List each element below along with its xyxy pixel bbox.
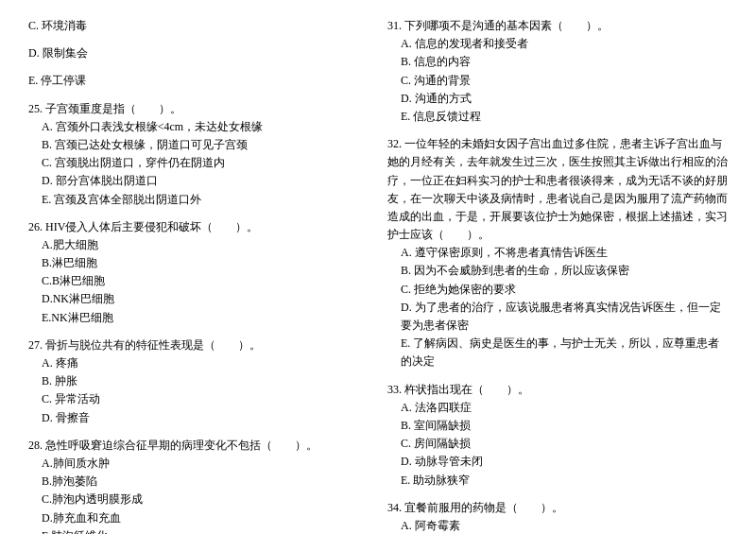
question-option: A. 遵守保密原则，不将患者真情告诉医生 — [387, 244, 728, 262]
question-option: D. 为了患者的治疗，应该说服患者将真实情况告诉医生，但一定要为患者保密 — [387, 299, 728, 335]
question-option: B. 室间隔缺损 — [387, 417, 728, 435]
question-option: C. 房间隔缺损 — [387, 435, 728, 453]
question-title: 27. 骨折与脱位共有的特征性表现是（ ）。 — [28, 336, 369, 354]
question-option: D. 沟通的方式 — [387, 90, 728, 108]
question-option: A. 信息的发现者和接受者 — [387, 35, 728, 53]
question-block: 25. 子宫颈重度是指（ ）。A. 宫颈外口表浅女根缘<4cm，未达处女根缘B.… — [28, 100, 369, 209]
question-title: 26. HIV侵入人体后主要侵犯和破坏（ ）。 — [28, 218, 369, 236]
question-option: E. 宫颈及宫体全部脱出阴道口外 — [28, 191, 369, 209]
question-option: C. 沟通的背景 — [387, 72, 728, 90]
question-option: D. 骨擦音 — [28, 409, 369, 427]
question-block: 33. 杵状指出现在（ ）。A. 法洛四联症B. 室间隔缺损C. 房间隔缺损D.… — [387, 381, 728, 490]
question-block: D. 限制集会 — [28, 44, 369, 62]
question-title: 32. 一位年轻的未婚妇女因子宫出血过多住院，患者主诉子宫出血与她的月经有关，去… — [387, 135, 728, 244]
question-option: E. 助动脉狭窄 — [387, 472, 728, 490]
question-title: 33. 杵状指出现在（ ）。 — [387, 381, 728, 399]
question-option: D. 动脉导管未闭 — [387, 453, 728, 471]
question-option: E. 了解病因、病史是医生的事，与护士无关，所以，应尊重患者的决定 — [387, 335, 728, 370]
content-area: C. 环境消毒D. 限制集会E. 停工停课25. 子宫颈重度是指（ ）。A. 宫… — [28, 17, 728, 534]
question-block: 28. 急性呼吸窘迫综合征早期的病理变化不包括（ ）。A.肺间质水肿B.肺泡萎陷… — [28, 437, 369, 534]
question-option: B.淋巴细胞 — [28, 254, 369, 272]
page: C. 环境消毒D. 限制集会E. 停工停课25. 子宫颈重度是指（ ）。A. 宫… — [0, 0, 756, 534]
question-option: B. 宫颈已达处女根缘，阴道口可见子宫颈 — [28, 136, 369, 154]
question-title: 31. 下列哪项不是沟通的基本因素（ ）。 — [387, 17, 728, 35]
question-block: 27. 骨折与脱位共有的特征性表现是（ ）。A. 疼痛B. 肿胀C. 异常活动D… — [28, 336, 369, 427]
right-column: 31. 下列哪项不是沟通的基本因素（ ）。A. 信息的发现者和接受者B. 信息的… — [387, 17, 728, 534]
question-option: D.肺充血和充血 — [28, 509, 369, 527]
question-option: D.NK淋巴细胞 — [28, 290, 369, 308]
question-option: A. 阿奇霉素 — [387, 517, 728, 534]
question-title: 25. 子宫颈重度是指（ ）。 — [28, 100, 369, 118]
question-option: C. 宫颈脱出阴道口，穿件仍在阴道内 — [28, 154, 369, 172]
question-option: C.肺泡内透明膜形成 — [28, 491, 369, 508]
question-block: C. 环境消毒 — [28, 17, 369, 35]
question-option: E.肺泡纤维化 — [28, 527, 369, 534]
question-block: 31. 下列哪项不是沟通的基本因素（ ）。A. 信息的发现者和接受者B. 信息的… — [387, 17, 728, 126]
question-option: A. 宫颈外口表浅女根缘<4cm，未达处女根缘 — [28, 118, 369, 136]
question-option: C.B淋巴细胞 — [28, 272, 369, 290]
question-title: 34. 宜餐前服用的药物是（ ）。 — [387, 499, 728, 517]
question-option: A.肥大细胞 — [28, 236, 369, 254]
question-title: D. 限制集会 — [28, 44, 369, 62]
question-block: E. 停工停课 — [28, 72, 369, 90]
question-option: A. 疼痛 — [28, 354, 369, 372]
question-title: C. 环境消毒 — [28, 17, 369, 35]
question-option: A.肺间质水肿 — [28, 455, 369, 473]
question-option: C. 异常活动 — [28, 390, 369, 408]
question-option: B.肺泡萎陷 — [28, 473, 369, 491]
question-block: 26. HIV侵入人体后主要侵犯和破坏（ ）。A.肥大细胞B.淋巴细胞C.B淋巴… — [28, 218, 369, 327]
question-option: E.NK淋巴细胞 — [28, 309, 369, 327]
question-option: C. 拒绝为她保密的要求 — [387, 281, 728, 299]
question-option: B. 因为不会威胁到患者的生命，所以应该保密 — [387, 262, 728, 280]
question-block: 34. 宜餐前服用的药物是（ ）。A. 阿奇霉素B. 氢氧碱C. 阿司匹林D. … — [387, 499, 728, 534]
question-option: B. 肿胀 — [28, 372, 369, 390]
question-option: E. 信息反馈过程 — [387, 108, 728, 126]
question-title: E. 停工停课 — [28, 72, 369, 90]
left-column: C. 环境消毒D. 限制集会E. 停工停课25. 子宫颈重度是指（ ）。A. 宫… — [28, 17, 369, 534]
question-option: D. 部分宫体脱出阴道口 — [28, 172, 369, 190]
question-option: A. 法洛四联症 — [387, 399, 728, 417]
question-option: B. 信息的内容 — [387, 53, 728, 71]
question-title: 28. 急性呼吸窘迫综合征早期的病理变化不包括（ ）。 — [28, 437, 369, 455]
question-block: 32. 一位年轻的未婚妇女因子宫出血过多住院，患者主诉子宫出血与她的月经有关，去… — [387, 135, 728, 370]
